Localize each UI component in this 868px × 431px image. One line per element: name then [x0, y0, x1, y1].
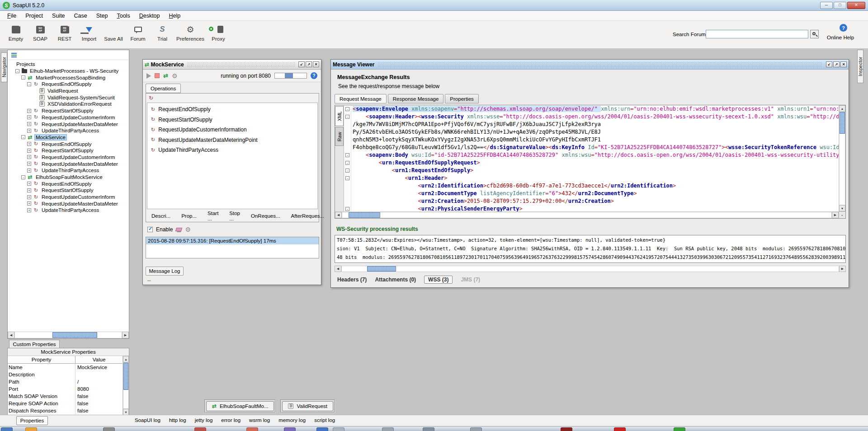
- start-mockservice-icon[interactable]: [146, 73, 151, 79]
- tree-item-requestupdatecustomerinform[interactable]: +↻RequestUpdateCustomerInform: [8, 114, 129, 121]
- properties-bottom-tab[interactable]: Properties: [16, 416, 48, 425]
- log-tab-error-log[interactable]: error log: [221, 417, 241, 423]
- tree-item-requestendofsupply[interactable]: +↻RequestEndOfSupply: [8, 141, 129, 147]
- message-viewer-titlebar[interactable]: Message Viewer ↙ ↗ ✕: [331, 60, 849, 70]
- operation-tab-onreques[interactable]: OnReques...: [251, 213, 280, 219]
- table-row[interactable]: NameMockService: [8, 364, 123, 371]
- menu-project[interactable]: Project: [21, 12, 47, 20]
- expand-icon[interactable]: +: [27, 129, 31, 133]
- windows-taskbar[interactable]: [0, 426, 868, 431]
- search-forum-input[interactable]: [706, 30, 808, 38]
- fold-collapse-icon[interactable]: -: [345, 107, 349, 111]
- expand-icon[interactable]: +: [27, 142, 31, 146]
- operation-item-requeststartofsupply[interactable]: ↻RequestStartOfSupply: [147, 115, 317, 125]
- tree-item-xsdvalidationerrorrequest[interactable]: SOAPXSDValidationErrorRequest: [8, 101, 129, 108]
- toolbar-rest[interactable]: REST*REST: [54, 24, 75, 42]
- tree-item-updatethirdpartyaccess[interactable]: +↻UpdateThirdPartyAccess: [8, 127, 129, 134]
- operation-item-updatethirdpartyaccess[interactable]: ↻UpdateThirdPartyAccess: [147, 145, 317, 155]
- scroll-left-icon[interactable]: ◀: [8, 332, 14, 338]
- log-tab-jetty-log[interactable]: jetty log: [195, 417, 213, 423]
- tree-options-icon[interactable]: [11, 53, 17, 57]
- scrollbar-thumb[interactable]: [840, 112, 845, 134]
- table-row[interactable]: Description: [8, 371, 123, 378]
- toolbar-empty[interactable]: *Empty: [5, 24, 26, 42]
- tree-item-updatethirdpartyaccess[interactable]: +↻UpdateThirdPartyAccess: [8, 207, 129, 214]
- fold-collapse-icon[interactable]: -: [345, 176, 349, 180]
- editor-tab-raw[interactable]: Raw: [335, 127, 344, 146]
- taskbar-item[interactable]: [1, 427, 13, 431]
- editor-corner-icon[interactable]: ▪: [839, 211, 845, 218]
- table-row[interactable]: Require SOAP Actionfalse: [8, 400, 123, 407]
- log-tab-script-log[interactable]: script log: [314, 417, 335, 423]
- collapse-icon[interactable]: -: [21, 135, 25, 139]
- toolbar-forum[interactable]: Forum: [127, 24, 148, 42]
- expand-icon[interactable]: +: [27, 162, 31, 166]
- taskbar-item[interactable]: [246, 427, 258, 431]
- scrollbar-track[interactable]: [342, 212, 832, 218]
- xml-content[interactable]: <soapenv:Envelope xmlns:soapenv="http://…: [351, 105, 839, 211]
- expand-icon[interactable]: +: [27, 208, 31, 212]
- custom-properties-tab[interactable]: Custom Properties: [9, 340, 60, 348]
- tree-item-mockservice[interactable]: -⇄MockService: [8, 134, 129, 141]
- message-log-entry[interactable]: 2015-08-28 09:57:15.316: [RequestEndOfSu…: [146, 237, 319, 244]
- expand-icon[interactable]: +: [27, 155, 31, 159]
- scrollbar-thumb[interactable]: [123, 363, 128, 390]
- property-value-cell[interactable]: false: [75, 408, 88, 413]
- restart-mockservice-icon[interactable]: ⇄: [163, 72, 168, 79]
- menu-case[interactable]: Case: [70, 12, 92, 20]
- taskbar-item[interactable]: [614, 427, 626, 431]
- unfloat-icon[interactable]: ↙: [826, 61, 832, 67]
- taskbar-item[interactable]: [674, 427, 685, 431]
- table-row[interactable]: Path/: [8, 378, 123, 385]
- float-icon[interactable]: ↗: [306, 61, 312, 67]
- property-value-cell[interactable]: false: [75, 401, 88, 406]
- table-row[interactable]: Port8080: [8, 385, 123, 393]
- scrollbar-thumb[interactable]: [349, 212, 380, 218]
- log-tab-wsrm-log[interactable]: wsrm log: [249, 417, 270, 423]
- scroll-right-icon[interactable]: ▶: [839, 266, 846, 272]
- scrollbar-track[interactable]: [14, 332, 122, 338]
- tree-item-updatethirdpartyaccess[interactable]: +↻UpdateThirdPartyAccess: [8, 167, 129, 174]
- scrollbar-track[interactable]: [341, 266, 839, 272]
- fold-collapse-icon[interactable]: -: [345, 115, 349, 119]
- editor-tab-xml[interactable]: XML: [335, 106, 344, 126]
- mockservice-options-icon[interactable]: ⚙: [172, 72, 178, 80]
- taskbar-item[interactable]: [284, 427, 296, 431]
- property-value-cell[interactable]: 8080: [75, 386, 89, 392]
- mock-operation-icon[interactable]: ↻: [149, 95, 153, 101]
- taskbar-item[interactable]: [194, 427, 206, 431]
- collapse-icon[interactable]: -: [27, 82, 31, 86]
- minimized-window-validrequest[interactable]: SOAPValidRequest: [280, 399, 335, 413]
- stop-mockservice-icon[interactable]: [155, 73, 160, 78]
- tree-item-validrequest-system-securit[interactable]: SOAPValidRequest-System/Securit: [8, 94, 129, 101]
- scrollbar-track[interactable]: [123, 362, 129, 409]
- collapse-icon[interactable]: -: [15, 69, 19, 73]
- taskbar-item[interactable]: [382, 427, 394, 431]
- maximize-button[interactable]: □: [834, 2, 846, 9]
- toolbar-trial[interactable]: STrial: [152, 24, 173, 42]
- operation-tab-prop[interactable]: Prop...: [181, 213, 197, 219]
- operation-tab-stop[interactable]: Stop ...: [229, 211, 240, 221]
- taskbar-item[interactable]: [423, 427, 434, 431]
- properties-vscrollbar[interactable]: ▲ ▼: [123, 356, 129, 415]
- fold-collapse-icon[interactable]: -: [345, 169, 349, 173]
- tree-item-marketprocessessoapbinding[interactable]: -⇄MarketProcessesSoapBinding: [8, 74, 129, 81]
- tree-item-requeststartofsupply[interactable]: +↻RequestStartOfSupply: [8, 147, 129, 154]
- log-tab-memory-log[interactable]: memory log: [278, 417, 306, 423]
- navigator-hscrollbar[interactable]: ◀ ▶: [8, 332, 129, 338]
- operation-item-requestupdatecustomerinformation[interactable]: ↻RequestUpdateCustomerInformation: [147, 125, 317, 135]
- minimized-window-elhubsoapfaultmo[interactable]: ⇄ElhubSoapFaultMo...: [204, 399, 276, 413]
- property-value-cell[interactable]: /: [75, 379, 79, 384]
- minimize-button[interactable]: ─: [820, 2, 833, 9]
- menu-step[interactable]: Step: [92, 12, 113, 20]
- collapse-icon[interactable]: -: [21, 75, 25, 80]
- mockservice-titlebar[interactable]: ⇄ MockService ↙ ↗ ✕: [143, 60, 321, 70]
- operation-tab-afterreques[interactable]: AfterReques...: [291, 213, 325, 219]
- taskbar-item[interactable]: [333, 427, 344, 431]
- clear-log-icon[interactable]: [175, 228, 183, 231]
- scroll-up-icon[interactable]: ▲: [839, 105, 845, 112]
- close-icon[interactable]: ✕: [313, 61, 319, 67]
- expand-icon[interactable]: +: [27, 122, 31, 126]
- scroll-right-icon[interactable]: ▶: [832, 212, 839, 218]
- table-row[interactable]: Dispatch Responsesfalse: [8, 407, 123, 414]
